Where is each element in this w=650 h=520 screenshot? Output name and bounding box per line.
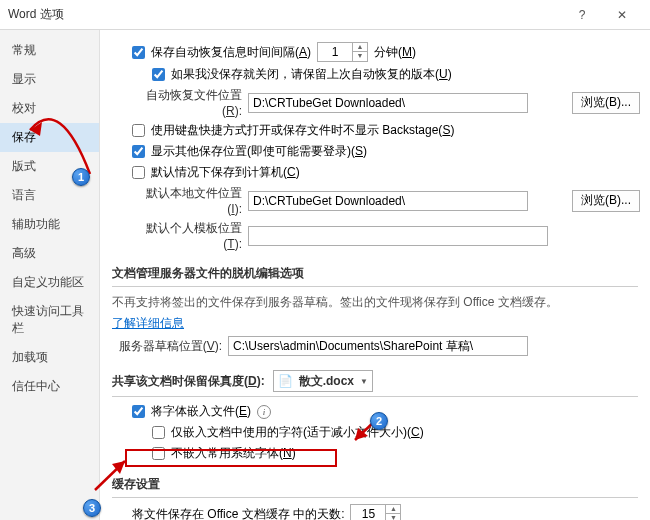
sidebar-item-trust-center[interactable]: 信任中心 — [0, 372, 99, 401]
annotation-marker-3: 3 — [83, 499, 101, 517]
annotation-marker-2: 2 — [370, 412, 388, 430]
other-loc-checkbox[interactable] — [132, 145, 145, 158]
offline-desc: 不再支持将签出的文件保存到服务器草稿。签出的文件现将保存到 Office 文档缓… — [112, 293, 638, 311]
window-title: Word 选项 — [8, 6, 562, 23]
autosave-spinner[interactable]: ▲▼ — [317, 42, 368, 62]
keep-last-label: 如果我没保存就关闭，请保留上次自动恢复的版本(U) — [171, 66, 452, 83]
only-used-checkbox[interactable] — [152, 426, 165, 439]
backstage-checkbox[interactable] — [132, 124, 145, 137]
keep-days-label: 将文件保存在 Office 文档缓存 中的天数: — [132, 506, 344, 521]
sidebar-item-addins[interactable]: 加载项 — [0, 343, 99, 372]
cache-section-header: 缓存设置 — [112, 470, 638, 498]
help-button[interactable]: ? — [562, 0, 602, 30]
autorecover-browse-button[interactable]: 浏览(B)... — [572, 92, 640, 114]
fidelity-section-header: 共享该文档时保留保真度(D): 📄 散文.docx ▼ — [112, 364, 638, 397]
spin-down-icon[interactable]: ▼ — [353, 52, 367, 61]
skip-sys-label: 不嵌入常用系统字体(N) — [171, 445, 296, 462]
keep-days-spinner[interactable]: ▲▼ — [350, 504, 401, 520]
embed-fonts-checkbox[interactable] — [132, 405, 145, 418]
embed-fonts-label: 将字体嵌入文件(E) — [151, 403, 251, 420]
autosave-label: 保存自动恢复信息时间间隔(A) — [151, 44, 311, 61]
sidebar-item-save[interactable]: 保存 — [0, 123, 99, 152]
content-pane: 保存自动恢复信息时间间隔(A) ▲▼ 分钟(M) 如果我没保存就关闭，请保留上次… — [100, 30, 650, 520]
spin-down-icon[interactable]: ▼ — [386, 514, 400, 520]
autosave-checkbox[interactable] — [132, 46, 145, 59]
skip-sys-checkbox[interactable] — [152, 447, 165, 460]
fidelity-dd-value: 散文.docx — [299, 373, 354, 390]
spin-up-icon[interactable]: ▲ — [386, 505, 400, 514]
close-button[interactable]: ✕ — [602, 0, 642, 30]
default-local-input[interactable] — [248, 191, 528, 211]
fidelity-doc-dropdown[interactable]: 📄 散文.docx ▼ — [273, 370, 373, 392]
sidebar-item-customize-ribbon[interactable]: 自定义功能区 — [0, 268, 99, 297]
default-local-label: 默认本地文件位置(I): — [132, 185, 242, 216]
keep-last-checkbox[interactable] — [152, 68, 165, 81]
personal-tpl-input[interactable] — [248, 226, 548, 246]
offline-link[interactable]: 了解详细信息 — [112, 315, 184, 332]
autorecover-loc-input[interactable] — [248, 93, 528, 113]
personal-tpl-label: 默认个人模板位置(T): — [132, 220, 242, 251]
sidebar-item-proofing[interactable]: 校对 — [0, 94, 99, 123]
annotation-marker-1: 1 — [72, 168, 90, 186]
info-icon[interactable]: i — [257, 405, 271, 419]
sidebar-item-display[interactable]: 显示 — [0, 65, 99, 94]
keep-days-value[interactable] — [351, 505, 385, 520]
spin-up-icon[interactable]: ▲ — [353, 43, 367, 52]
autosave-unit: 分钟(M) — [374, 44, 416, 61]
doc-icon: 📄 — [278, 374, 293, 388]
sidebar: 常规 显示 校对 保存 版式 语言 辅助功能 高级 自定义功能区 快速访问工具栏… — [0, 30, 100, 520]
chevron-down-icon: ▼ — [360, 377, 368, 386]
other-loc-label: 显示其他保存位置(即使可能需要登录)(S) — [151, 143, 367, 160]
default-pc-checkbox[interactable] — [132, 166, 145, 179]
draft-loc-input[interactable] — [228, 336, 528, 356]
offline-section-header: 文档管理服务器文件的脱机编辑选项 — [112, 259, 638, 287]
sidebar-item-accessibility[interactable]: 辅助功能 — [0, 210, 99, 239]
default-local-browse-button[interactable]: 浏览(B)... — [572, 190, 640, 212]
autorecover-loc-label: 自动恢复文件位置(R): — [132, 87, 242, 118]
sidebar-item-qat[interactable]: 快速访问工具栏 — [0, 297, 99, 343]
sidebar-item-advanced[interactable]: 高级 — [0, 239, 99, 268]
backstage-label: 使用键盘快捷方式打开或保存文件时不显示 Backstage(S) — [151, 122, 454, 139]
autosave-value[interactable] — [318, 43, 352, 61]
sidebar-item-general[interactable]: 常规 — [0, 36, 99, 65]
default-pc-label: 默认情况下保存到计算机(C) — [151, 164, 300, 181]
draft-loc-label: 服务器草稿位置(V): — [112, 338, 222, 355]
